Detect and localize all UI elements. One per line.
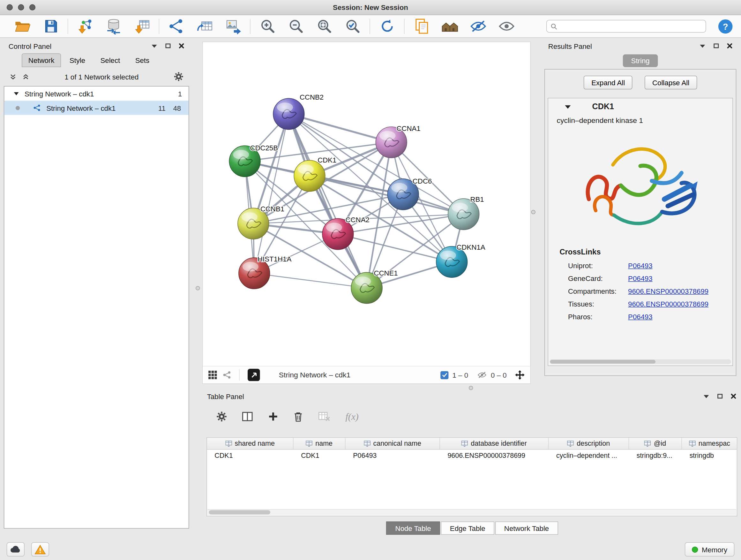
node-CCNB2[interactable]: CCNB2: [273, 93, 324, 129]
column-header-namespac[interactable]: namespac: [682, 438, 737, 449]
memory-button[interactable]: Memory: [685, 543, 735, 557]
first-neighbors-button[interactable]: [440, 16, 460, 36]
node-CCNA2[interactable]: CCNA2: [322, 216, 369, 250]
crosslink-pharos-link[interactable]: P06493: [628, 313, 653, 320]
scrollbar-thumb[interactable]: [209, 510, 271, 514]
node-CDKN1A[interactable]: CDKN1A: [436, 243, 485, 277]
table-options-button[interactable]: [216, 411, 227, 422]
column-header-canonical-name[interactable]: canonical name: [346, 438, 440, 449]
network-row-selected[interactable]: String Network – cdk1 11 48: [4, 101, 189, 115]
collapse-gene-button[interactable]: [564, 105, 571, 109]
restore-panel-button[interactable]: [717, 393, 723, 399]
maximize-window-button[interactable]: [29, 4, 36, 10]
expand-networks-button[interactable]: [10, 73, 17, 79]
delete-column-button[interactable]: [293, 411, 303, 422]
crosslink-genecard-link[interactable]: P06493: [628, 274, 653, 282]
splitter-grip[interactable]: [469, 386, 473, 390]
tab-string[interactable]: String: [623, 54, 657, 67]
zoom-selected-button[interactable]: [342, 16, 363, 36]
network-options-button[interactable]: [174, 72, 184, 81]
zoom-out-button[interactable]: [285, 16, 306, 36]
birds-eye-view-button[interactable]: [208, 371, 217, 379]
tab-style[interactable]: Style: [63, 53, 92, 67]
restore-panel-button[interactable]: [713, 43, 719, 49]
minimize-window-button[interactable]: [18, 4, 24, 10]
close-panel-button[interactable]: [731, 393, 736, 399]
tab-edge-table[interactable]: Edge Table: [441, 521, 494, 535]
tab-sets[interactable]: Sets: [129, 53, 156, 67]
column-label: description: [577, 440, 610, 447]
pan-tool-button[interactable]: [515, 370, 525, 380]
tab-network-table[interactable]: Network Table: [495, 521, 558, 535]
crosslink-tissues-link[interactable]: 9606.ENSP00000378699: [628, 300, 709, 308]
edge-CCNB2-HIST1H1A[interactable]: [254, 114, 289, 273]
cloud-status-button[interactable]: [7, 543, 24, 557]
close-window-button[interactable]: [7, 4, 13, 10]
crosslink-compartments-link[interactable]: 9606.ENSP00000378699: [628, 287, 709, 295]
show-columns-button[interactable]: [242, 412, 253, 422]
table-row[interactable]: CDK1CDK1P064939606.ENSP00000378699cyclin…: [207, 449, 737, 461]
network-overview-button[interactable]: [223, 371, 231, 379]
crosslink-uniprot-link[interactable]: P06493: [628, 261, 653, 269]
selected-checkbox-icon[interactable]: [441, 371, 449, 379]
results-scrollbar[interactable]: [549, 359, 731, 364]
expand-all-button[interactable]: Expand All: [584, 76, 632, 89]
node-RB1[interactable]: RB1: [448, 195, 484, 230]
splitter-grip[interactable]: [196, 286, 200, 290]
zoom-fit-button[interactable]: [314, 16, 334, 36]
restore-panel-button[interactable]: [165, 43, 171, 49]
new-network-button[interactable]: [166, 16, 187, 36]
show-all-button[interactable]: [496, 16, 517, 36]
scrollbar-thumb[interactable]: [550, 360, 656, 364]
import-network-from-file-button[interactable]: [75, 16, 95, 36]
edge-CCNB2-CCNE1[interactable]: [289, 114, 367, 288]
table-scrollbar[interactable]: [207, 509, 736, 515]
network-canvas[interactable]: CCNB2CCNA1CDC25BCDK1CDC6RB1CCNB1CCNA2CDK…: [203, 42, 531, 367]
function-builder-button[interactable]: f(x): [346, 411, 359, 422]
hide-selected-button[interactable]: [468, 16, 488, 36]
new-table-button[interactable]: [194, 16, 215, 36]
edge-HIST1H1A-CCNE1[interactable]: [254, 273, 367, 288]
tab-select[interactable]: Select: [94, 53, 127, 67]
column-header-description[interactable]: description: [549, 438, 629, 449]
save-session-button[interactable]: [40, 16, 61, 36]
node-HIST1H1A[interactable]: HIST1H1A: [239, 255, 292, 289]
node-CDK1[interactable]: CDK1: [294, 156, 336, 191]
export-image-button[interactable]: [223, 16, 244, 36]
close-panel-button[interactable]: [727, 43, 733, 49]
collapse-networks-button[interactable]: [22, 73, 29, 79]
copy-button[interactable]: [411, 16, 432, 36]
import-table-from-file-button[interactable]: [131, 16, 152, 36]
tab-node-table[interactable]: Node Table: [386, 521, 440, 535]
node-CCNA1[interactable]: CCNA1: [376, 125, 420, 158]
warnings-button[interactable]: [31, 543, 49, 557]
node-CCNE1[interactable]: CCNE1: [351, 269, 398, 303]
export-view-button[interactable]: [248, 369, 260, 381]
collapse-all-button[interactable]: Collapse All: [645, 76, 697, 89]
zoom-in-icon: [259, 18, 276, 35]
add-column-button[interactable]: [268, 411, 279, 422]
close-panel-button[interactable]: [179, 43, 185, 49]
open-session-button[interactable]: [12, 16, 32, 36]
float-panel-button[interactable]: [151, 44, 157, 48]
check-icon: [442, 373, 448, 377]
column-header-shared-name[interactable]: shared name: [207, 438, 293, 449]
splitter-grip[interactable]: [531, 210, 536, 214]
column-header-@id[interactable]: @id: [629, 438, 682, 449]
column-header-database-identifier[interactable]: database identifier: [440, 438, 549, 449]
search-input[interactable]: [560, 22, 702, 30]
float-panel-button[interactable]: [703, 394, 710, 398]
float-panel-button[interactable]: [699, 44, 705, 48]
import-network-from-database-button[interactable]: [103, 16, 124, 36]
hidden-items-button[interactable]: [477, 371, 487, 379]
refresh-view-button[interactable]: [377, 16, 397, 36]
status-bar: Memory: [0, 539, 741, 560]
help-button[interactable]: ?: [718, 18, 733, 34]
zoom-in-button[interactable]: [257, 16, 278, 36]
table-panel-title: Table Panel: [207, 392, 244, 400]
memory-label: Memory: [702, 545, 727, 553]
network-collection-row[interactable]: String Network – cdk1 1: [4, 86, 189, 101]
node-label-CCNB1: CCNB1: [260, 205, 284, 213]
tab-network[interactable]: Network: [22, 53, 61, 67]
column-header-name[interactable]: name: [293, 438, 346, 449]
